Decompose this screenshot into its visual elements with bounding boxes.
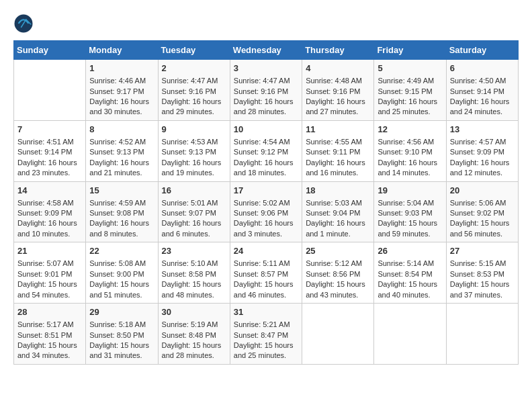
day-number: 28 <box>17 306 82 318</box>
day-info: Sunset: 9:16 PM <box>306 87 370 97</box>
day-info: Sunset: 8:54 PM <box>378 269 442 279</box>
day-info: Daylight: 16 hours <box>162 97 226 107</box>
day-info: and 18 minutes. <box>234 168 298 178</box>
day-info: Daylight: 16 hours <box>89 97 154 107</box>
day-info: Sunset: 9:02 PM <box>450 208 515 218</box>
calendar-cell: 30Sunrise: 5:19 AMSunset: 8:48 PMDayligh… <box>158 304 230 365</box>
day-header-sunday: Sunday <box>14 41 86 60</box>
day-number: 27 <box>450 245 515 257</box>
day-info: and 28 minutes. <box>162 351 226 361</box>
calendar-cell: 31Sunrise: 5:21 AMSunset: 8:47 PMDayligh… <box>230 304 302 365</box>
day-info: Sunrise: 5:08 AM <box>89 259 154 269</box>
week-row-1: 1Sunrise: 4:46 AMSunset: 9:17 PMDaylight… <box>14 60 519 121</box>
day-info: Sunset: 9:12 PM <box>234 147 298 157</box>
day-info: Sunrise: 5:06 AM <box>450 198 515 208</box>
day-info: Daylight: 15 hours <box>234 340 298 351</box>
day-number: 1 <box>89 62 154 75</box>
day-info: Sunset: 9:15 PM <box>378 87 442 97</box>
day-info: Sunrise: 5:12 AM <box>306 259 370 269</box>
day-info: Sunset: 9:09 PM <box>17 208 82 218</box>
day-number: 9 <box>162 124 226 136</box>
day-info: and 46 minutes. <box>234 290 298 300</box>
day-info: Sunrise: 5:01 AM <box>162 198 226 208</box>
day-number: 29 <box>89 306 154 318</box>
calendar-cell: 12Sunrise: 4:56 AMSunset: 9:10 PMDayligh… <box>374 120 446 181</box>
day-info: and 43 minutes. <box>306 290 370 300</box>
day-number: 6 <box>450 62 515 75</box>
week-row-2: 7Sunrise: 4:51 AMSunset: 9:14 PMDaylight… <box>14 120 519 181</box>
calendar-cell <box>302 304 374 365</box>
day-info: Sunset: 9:14 PM <box>17 147 82 157</box>
calendar-cell: 18Sunrise: 5:03 AMSunset: 9:04 PMDayligh… <box>302 181 374 242</box>
day-number: 21 <box>17 245 82 257</box>
day-info: Sunrise: 4:48 AM <box>306 76 370 86</box>
day-info: Sunset: 9:00 PM <box>89 269 154 279</box>
day-number: 8 <box>89 124 154 136</box>
day-info: Daylight: 16 hours <box>89 218 154 228</box>
day-info: Sunset: 8:51 PM <box>17 330 82 340</box>
day-info: Sunrise: 5:03 AM <box>306 198 370 208</box>
day-info: and 37 minutes. <box>450 290 515 300</box>
day-info: Sunset: 8:58 PM <box>162 269 226 279</box>
day-info: Daylight: 16 hours <box>450 97 515 107</box>
day-info: Daylight: 16 hours <box>234 97 298 107</box>
day-info: and 25 minutes. <box>234 351 298 361</box>
day-info: Sunrise: 4:52 AM <box>89 137 154 147</box>
day-info: and 28 minutes. <box>234 107 298 117</box>
day-info: and 59 minutes. <box>378 229 442 239</box>
day-number: 15 <box>89 185 154 197</box>
day-info: Sunset: 9:13 PM <box>89 147 154 157</box>
day-info: Sunset: 9:11 PM <box>306 147 370 157</box>
day-number: 22 <box>89 245 154 257</box>
day-info: Sunset: 8:50 PM <box>89 330 154 340</box>
calendar-cell: 28Sunrise: 5:17 AMSunset: 8:51 PMDayligh… <box>14 304 86 365</box>
day-info: Daylight: 16 hours <box>306 97 370 107</box>
calendar-cell <box>14 60 86 121</box>
day-number: 18 <box>306 185 370 197</box>
day-info: and 24 minutes. <box>450 107 515 117</box>
day-info: Sunset: 9:13 PM <box>162 147 226 157</box>
day-info: Sunset: 9:07 PM <box>162 208 226 218</box>
day-info: Sunset: 9:04 PM <box>306 208 370 218</box>
calendar-cell: 20Sunrise: 5:06 AMSunset: 9:02 PMDayligh… <box>446 181 518 242</box>
day-info: Daylight: 15 hours <box>162 279 226 289</box>
day-info: Daylight: 16 hours <box>234 218 298 228</box>
day-number: 24 <box>234 245 298 257</box>
day-info: Sunrise: 5:17 AM <box>17 320 82 330</box>
calendar-cell <box>374 304 446 365</box>
day-info: Sunrise: 5:11 AM <box>234 259 298 269</box>
day-info: and 6 minutes. <box>162 229 226 239</box>
day-info: and 19 minutes. <box>162 168 226 178</box>
day-info: Sunset: 9:16 PM <box>234 87 298 97</box>
day-info: Sunrise: 5:10 AM <box>162 259 226 269</box>
day-info: Sunrise: 5:02 AM <box>234 198 298 208</box>
calendar-cell: 13Sunrise: 4:57 AMSunset: 9:09 PMDayligh… <box>446 120 518 181</box>
day-info: and 23 minutes. <box>17 168 82 178</box>
calendar-cell: 3Sunrise: 4:47 AMSunset: 9:16 PMDaylight… <box>230 60 302 121</box>
day-info: Sunrise: 4:54 AM <box>234 137 298 147</box>
calendar-cell: 14Sunrise: 4:58 AMSunset: 9:09 PMDayligh… <box>14 181 86 242</box>
day-info: and 51 minutes. <box>89 290 154 300</box>
day-info: Sunrise: 4:49 AM <box>378 76 442 86</box>
day-info: Daylight: 16 hours <box>89 158 154 168</box>
day-info: and 3 minutes. <box>234 229 298 239</box>
day-number: 23 <box>162 245 226 257</box>
day-info: Daylight: 15 hours <box>450 218 515 228</box>
calendar-cell: 16Sunrise: 5:01 AMSunset: 9:07 PMDayligh… <box>158 181 230 242</box>
day-info: and 40 minutes. <box>378 290 442 300</box>
day-info: and 31 minutes. <box>89 351 154 361</box>
day-info: Sunrise: 4:59 AM <box>89 198 154 208</box>
day-info: and 14 minutes. <box>378 168 442 178</box>
day-info: Daylight: 15 hours <box>306 279 370 289</box>
day-info: and 10 minutes. <box>17 229 82 239</box>
day-info: Daylight: 15 hours <box>162 340 226 351</box>
day-number: 2 <box>162 62 226 75</box>
day-header-friday: Friday <box>374 41 446 60</box>
calendar-cell: 22Sunrise: 5:08 AMSunset: 9:00 PMDayligh… <box>86 242 158 304</box>
day-info: Daylight: 16 hours <box>162 158 226 168</box>
day-info: Daylight: 15 hours <box>89 279 154 289</box>
day-info: Daylight: 16 hours <box>378 97 442 107</box>
day-number: 31 <box>234 306 298 318</box>
day-info: Sunrise: 4:56 AM <box>378 137 442 147</box>
day-number: 5 <box>378 62 442 75</box>
